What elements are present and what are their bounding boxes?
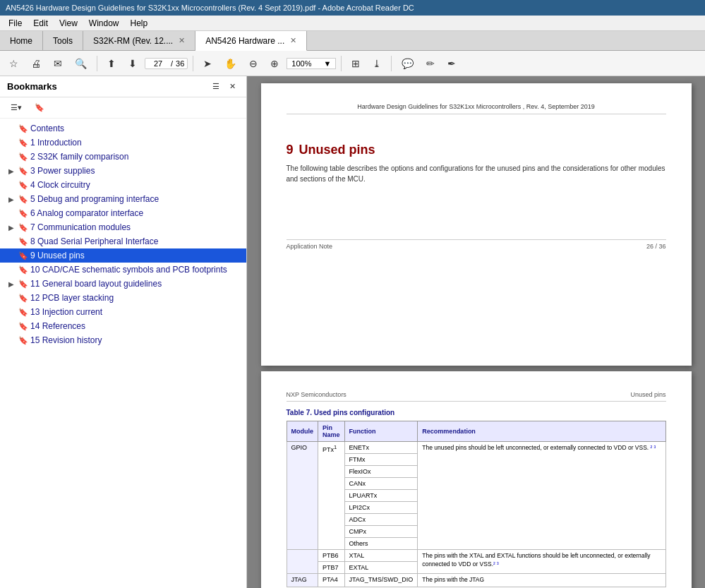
tab-tools[interactable]: Tools	[43, 31, 83, 50]
cell-rec-gpio: The unused pins should be left unconnect…	[418, 442, 665, 550]
rec-link-23: ² ³	[651, 445, 656, 451]
select-tool-button[interactable]: ➤	[198, 55, 217, 72]
menu-edit[interactable]: Edit	[28, 17, 54, 30]
cell-func-lpuartx: LPUARTx	[344, 490, 418, 502]
fit-page-button[interactable]: ⊞	[347, 55, 365, 72]
page-nav: / 36	[145, 58, 188, 69]
sidebar-item-power-label: 3 Power supplies	[30, 166, 241, 176]
sidebar-item-debug[interactable]: ▶ 🔖 5 Debug and programing interface	[0, 192, 246, 206]
rotate-button[interactable]: ⤓	[368, 55, 386, 72]
sidebar-item-power[interactable]: ▶ 🔖 3 Power supplies	[0, 164, 246, 178]
sidebar-item-injection[interactable]: 🔖 13 Injection current	[0, 305, 246, 319]
zoom-value: 100%	[291, 59, 311, 68]
comment-button[interactable]: 💬	[397, 55, 418, 72]
email-button[interactable]: ✉	[49, 55, 67, 72]
cell-func-extal: EXTAL	[344, 562, 418, 574]
tab-an5426-label: AN5426 Hardware ...	[205, 36, 284, 46]
used-pins-table: Module PinName Function Recommendation G…	[287, 421, 666, 587]
sidebar-item-s32k[interactable]: 🔖 2 S32K family comparison	[0, 150, 246, 164]
tab-home[interactable]: Home	[0, 31, 43, 50]
sidebar-item-revision[interactable]: 🔖 15 Revision history	[0, 333, 246, 347]
bookmark-icon-clock: 🔖	[18, 181, 28, 190]
tab-bar: Home Tools S32K-RM (Rev. 12.... ✕ AN5426…	[0, 31, 705, 51]
sidebar-item-references[interactable]: 🔖 14 References	[0, 319, 246, 333]
sidebar-item-intro-label: 1 Introduction	[30, 138, 241, 148]
menu-help[interactable]: Help	[125, 17, 154, 30]
bookmark-icon-general: 🔖	[18, 280, 28, 289]
rec-link-ptb-23: ² ³	[493, 561, 499, 568]
menu-window[interactable]: Window	[83, 17, 125, 30]
signature-button[interactable]: ✒	[442, 55, 461, 72]
tab-tools-label: Tools	[53, 36, 73, 46]
sidebar-item-debug-label: 5 Debug and programing interface	[30, 194, 241, 204]
col-function: Function	[344, 421, 418, 442]
app-title: AN5426 Hardware Design Guidelines for S3…	[6, 4, 414, 12]
cell-rec-ptb: The pins with the XTAL and EXTAL functio…	[418, 550, 665, 574]
cell-func-adcx: ADCx	[344, 514, 418, 526]
prev-page-button[interactable]: ⬆	[102, 55, 121, 72]
menu-view[interactable]: View	[54, 17, 83, 30]
cell-func-flexiox: FlexIOx	[344, 466, 418, 478]
next-page-button[interactable]: ⬇	[123, 55, 142, 72]
sidebar: Bookmarks ☰ ✕ ☰▾ 🔖 🔖 Contents 🔖 1 Introd…	[0, 76, 247, 588]
sidebar-item-unused[interactable]: 🔖 9 Unused pins	[0, 248, 246, 263]
tab-an5426[interactable]: AN5426 Hardware ... ✕	[195, 31, 307, 51]
table-row-jtag: JTAG PTA4 JTAG_TMS/SWD_DIO The pins with…	[287, 574, 665, 587]
sidebar-options-button[interactable]: ☰	[209, 80, 223, 92]
tab-s32k[interactable]: S32K-RM (Rev. 12.... ✕	[83, 31, 195, 50]
zoom-dropdown-icon[interactable]: ▼	[323, 59, 331, 68]
cell-pin-ptx: PTx1	[318, 442, 345, 550]
sidebar-item-revision-label: 15 Revision history	[30, 335, 241, 345]
title-bar: AN5426 Hardware Design Guidelines for S3…	[0, 0, 705, 16]
bookmark-icon-pcb: 🔖	[18, 294, 28, 303]
sidebar-item-injection-label: 13 Injection current	[30, 307, 241, 317]
menu-file[interactable]: File	[3, 17, 28, 30]
bookmark-star-button[interactable]: ☆	[4, 55, 23, 72]
sidebar-item-intro[interactable]: 🔖 1 Introduction	[0, 136, 246, 150]
sidebar-item-pcb[interactable]: 🔖 12 PCB layer stacking	[0, 291, 246, 305]
close-an5426-icon[interactable]: ✕	[290, 36, 296, 45]
zoom-in-button[interactable]: ⊕	[265, 55, 284, 72]
page1-doc-title: Hardware Design Guidelines for S32K1xx M…	[357, 103, 595, 110]
arrow-comm: ▶	[8, 224, 18, 232]
cell-func-jtag: JTAG_TMS/SWD_DIO	[344, 574, 418, 587]
sidebar-search-button[interactable]: 🔖	[30, 100, 49, 115]
sidebar-item-cad[interactable]: 🔖 10 CAD/CAE schematic symbols and PCB f…	[0, 263, 246, 277]
sidebar-item-general[interactable]: ▶ 🔖 11 General board layout guidelines	[0, 277, 246, 291]
cell-module-jtag: JTAG	[287, 574, 318, 587]
cell-pin-pta4: PTA4	[318, 574, 345, 587]
sidebar-item-quad-label: 8 Quad Serial Peripheral Interface	[30, 236, 241, 246]
sidebar-view-options-button[interactable]: ☰▾	[6, 100, 27, 115]
zoom-display[interactable]: 100% ▼	[287, 58, 336, 69]
cell-func-lpi2cx: LPI2Cx	[344, 502, 418, 514]
sidebar-tools: ☰▾ 🔖	[0, 97, 246, 119]
sidebar-item-contents[interactable]: 🔖 Contents	[0, 121, 246, 136]
pen-button[interactable]: ✏	[421, 55, 440, 72]
close-s32k-icon[interactable]: ✕	[179, 36, 185, 45]
col-module: Module	[287, 421, 318, 442]
find-button[interactable]: 🔍	[70, 55, 92, 72]
page-total: 36	[176, 59, 184, 68]
sidebar-title: Bookmarks	[7, 81, 57, 92]
page-input[interactable]	[148, 59, 168, 68]
cell-func-ftmx: FTMx	[344, 454, 418, 466]
table-row-gpio-ptx: GPIO PTx1 ENETx The unused pins should b…	[287, 442, 665, 454]
table-row-ptb6: PTB6 XTAL The pins with the XTAL and EXT…	[287, 550, 665, 562]
sidebar-item-comm[interactable]: ▶ 🔖 7 Communication modules	[0, 220, 246, 234]
bookmark-list: 🔖 Contents 🔖 1 Introduction 🔖 2 S32K fam…	[0, 119, 246, 588]
pan-tool-button[interactable]: ✋	[219, 55, 241, 72]
page-sep: /	[171, 59, 173, 68]
pdf-page-2: NXP Semiconductors Unused pins Table 7. …	[261, 371, 692, 588]
pdf-area[interactable]: Hardware Design Guidelines for S32K1xx M…	[247, 76, 705, 588]
sidebar-item-cad-label: 10 CAD/CAE schematic symbols and PCB foo…	[30, 265, 241, 275]
tab-home-label: Home	[10, 36, 32, 46]
sidebar-item-analog[interactable]: 🔖 6 Analog comparator interface	[0, 206, 246, 220]
zoom-out-button[interactable]: ⊖	[244, 55, 263, 72]
sidebar-close-button[interactable]: ✕	[226, 80, 239, 92]
bookmark-icon-contents: 🔖	[18, 124, 28, 133]
cell-pin-ptb6: PTB6	[318, 550, 345, 562]
print-button[interactable]: 🖨	[26, 55, 46, 72]
menu-bar: File Edit View Window Help	[0, 16, 705, 31]
sidebar-item-quad[interactable]: 🔖 8 Quad Serial Peripheral Interface	[0, 234, 246, 248]
sidebar-item-clock[interactable]: 🔖 4 Clock circuitry	[0, 178, 246, 192]
